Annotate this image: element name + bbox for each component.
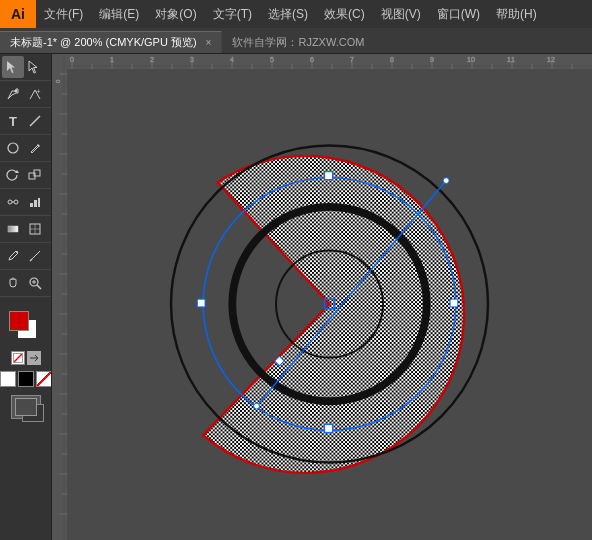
anchor-right[interactable] bbox=[450, 299, 458, 307]
fill-box[interactable] bbox=[9, 311, 29, 331]
stroke-fill-area bbox=[0, 305, 51, 423]
svg-point-19 bbox=[16, 251, 18, 253]
menu-file[interactable]: 文件(F) bbox=[36, 0, 91, 28]
active-tab[interactable]: 未标题-1* @ 200% (CMYK/GPU 预览) × bbox=[0, 31, 222, 53]
svg-text:6: 6 bbox=[310, 56, 314, 63]
gradient-tools-group bbox=[0, 216, 51, 243]
blend-tools-group bbox=[0, 189, 51, 216]
anchor-bottom[interactable] bbox=[325, 425, 333, 433]
selection-tools-group bbox=[0, 54, 51, 81]
svg-text:3: 3 bbox=[190, 56, 194, 63]
svg-line-21 bbox=[30, 259, 32, 261]
svg-text:1: 1 bbox=[110, 56, 114, 63]
color-controls bbox=[11, 351, 41, 365]
quick-colors bbox=[0, 371, 52, 387]
svg-rect-12 bbox=[30, 203, 33, 207]
type-tools-group: T bbox=[0, 108, 51, 135]
tabbar: 未标题-1* @ 200% (CMYK/GPU 预览) × 软件自学网：RJZX… bbox=[0, 28, 592, 54]
svg-rect-13 bbox=[34, 200, 37, 207]
menu-view[interactable]: 视图(V) bbox=[373, 0, 429, 28]
anchor-left[interactable] bbox=[197, 299, 205, 307]
svg-text:9: 9 bbox=[430, 56, 434, 63]
pen-tools-group: + bbox=[0, 81, 51, 108]
fill-stroke-indicator bbox=[7, 309, 45, 347]
svg-text:+: + bbox=[36, 87, 41, 96]
mesh-tool[interactable] bbox=[24, 218, 46, 240]
view-tools-group bbox=[0, 270, 51, 297]
handle-2[interactable] bbox=[254, 403, 260, 409]
svg-point-5 bbox=[8, 143, 18, 153]
menu-type[interactable]: 文字(T) bbox=[205, 0, 260, 28]
menu-select[interactable]: 选择(S) bbox=[260, 0, 316, 28]
pencil-tool[interactable] bbox=[24, 137, 46, 159]
svg-point-2 bbox=[15, 90, 18, 93]
white-color-button[interactable] bbox=[0, 371, 16, 387]
main-area: + T bbox=[0, 54, 592, 540]
transform-tools-group bbox=[0, 162, 51, 189]
swap-colors-button[interactable] bbox=[27, 351, 41, 365]
graph-tool[interactable] bbox=[24, 191, 46, 213]
svg-rect-14 bbox=[38, 198, 40, 207]
add-anchor-tool[interactable]: + bbox=[24, 83, 46, 105]
svg-marker-1 bbox=[29, 61, 37, 73]
svg-point-10 bbox=[14, 200, 18, 204]
menu-bar: 文件(F) 编辑(E) 对象(O) 文字(T) 选择(S) 效果(C) 视图(V… bbox=[36, 0, 592, 28]
titlebar: Ai 文件(F) 编辑(E) 对象(O) 文字(T) 选择(S) 效果(C) 视… bbox=[0, 0, 592, 28]
svg-line-23 bbox=[37, 285, 41, 289]
svg-text:2: 2 bbox=[150, 56, 154, 63]
tab-title: 未标题-1* @ 200% (CMYK/GPU 预览) bbox=[10, 35, 197, 50]
menu-object[interactable]: 对象(O) bbox=[147, 0, 204, 28]
svg-text:12: 12 bbox=[547, 56, 555, 63]
tab-close-button[interactable]: × bbox=[206, 37, 212, 48]
blend-tool[interactable] bbox=[2, 191, 24, 213]
default-colors-button[interactable] bbox=[11, 351, 25, 365]
measure-tool[interactable] bbox=[24, 245, 46, 267]
svg-point-9 bbox=[8, 200, 12, 204]
svg-text:5: 5 bbox=[270, 56, 274, 63]
zoom-tool[interactable] bbox=[24, 272, 46, 294]
ai-logo: Ai bbox=[0, 0, 36, 28]
type-tool[interactable]: T bbox=[2, 110, 24, 132]
menu-window[interactable]: 窗口(W) bbox=[429, 0, 488, 28]
anchor-top[interactable] bbox=[325, 172, 333, 180]
selection-tool[interactable] bbox=[2, 56, 24, 78]
hand-tool[interactable] bbox=[2, 272, 24, 294]
menu-effect[interactable]: 效果(C) bbox=[316, 0, 373, 28]
drawing-svg bbox=[67, 69, 592, 540]
svg-marker-0 bbox=[7, 61, 15, 73]
menu-help[interactable]: 帮助(H) bbox=[488, 0, 545, 28]
rotate-tool[interactable] bbox=[2, 164, 24, 186]
svg-text:11: 11 bbox=[507, 56, 515, 63]
svg-text:8: 8 bbox=[390, 56, 394, 63]
svg-text:10: 10 bbox=[467, 56, 475, 63]
svg-text:4: 4 bbox=[230, 56, 234, 63]
line-tool[interactable] bbox=[24, 110, 46, 132]
ruler-top: 0 1 2 3 4 5 6 7 8 bbox=[52, 54, 592, 69]
ellipse-tool[interactable] bbox=[2, 137, 24, 159]
ruler-left: 0 bbox=[52, 54, 67, 540]
direct-selection-tool[interactable] bbox=[24, 56, 46, 78]
svg-text:0: 0 bbox=[70, 56, 74, 63]
menu-edit[interactable]: 编辑(E) bbox=[91, 0, 147, 28]
document-canvas[interactable] bbox=[67, 69, 592, 540]
gradient-tool[interactable] bbox=[2, 218, 24, 240]
scale-tool[interactable] bbox=[24, 164, 46, 186]
pen-tool[interactable] bbox=[2, 83, 24, 105]
svg-line-4 bbox=[30, 116, 40, 126]
svg-text:7: 7 bbox=[350, 56, 354, 63]
eyedropper-tool[interactable] bbox=[2, 245, 24, 267]
url-tab[interactable]: 软件自学网：RJZXW.COM bbox=[222, 31, 592, 53]
svg-line-26 bbox=[14, 354, 22, 362]
black-color-button[interactable] bbox=[18, 371, 34, 387]
artboard-icon bbox=[11, 395, 41, 419]
eyedropper-tools-group bbox=[0, 243, 51, 270]
svg-rect-69 bbox=[52, 54, 67, 540]
toolbar: + T bbox=[0, 54, 52, 540]
shape-tools-group bbox=[0, 135, 51, 162]
svg-rect-15 bbox=[8, 226, 18, 232]
handle-1[interactable] bbox=[443, 178, 449, 184]
none-color-button[interactable] bbox=[36, 371, 52, 387]
canvas-area[interactable]: 0 1 2 3 4 5 6 7 8 bbox=[52, 54, 592, 540]
